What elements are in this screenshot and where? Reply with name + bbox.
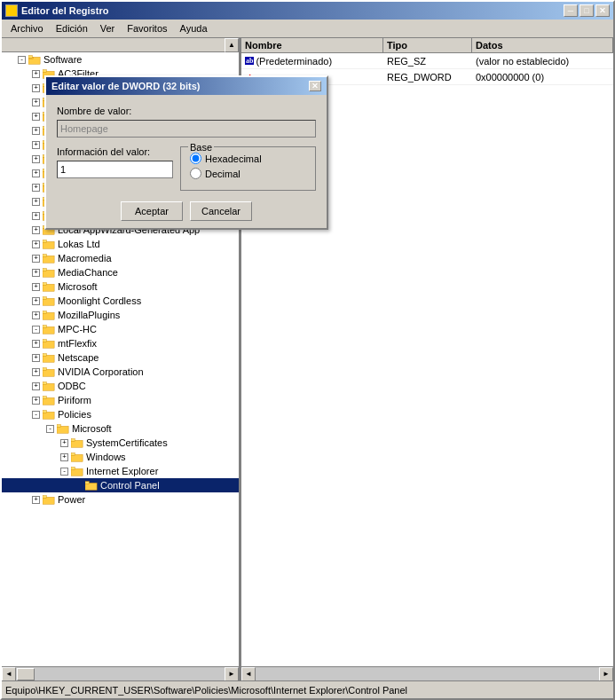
- expand-mediachance[interactable]: +: [32, 269, 40, 277]
- expand-power[interactable]: +: [32, 496, 40, 504]
- svg-rect-55: [43, 412, 54, 419]
- tree-item-microsoft[interactable]: + Microsoft: [2, 279, 239, 294]
- menu-ayuda[interactable]: Ayuda: [175, 21, 213, 35]
- tree-scroll-up[interactable]: ▲: [225, 38, 239, 52]
- tree-label-lokas: Lokas Ltd: [58, 239, 100, 249]
- dialog-info-input[interactable]: [57, 161, 173, 178]
- tree-item-moonlight[interactable]: + Moonlight Cordless: [2, 294, 239, 308]
- right-hscroll-right[interactable]: ►: [599, 667, 613, 681]
- right-hscroll-track[interactable]: [256, 667, 599, 681]
- expand-javasoft[interactable]: +: [32, 212, 40, 220]
- dialog-cancel-button[interactable]: Cancelar: [190, 201, 252, 221]
- expand-gnu[interactable]: +: [32, 141, 40, 149]
- svg-rect-44: [43, 326, 46, 328]
- expand-software[interactable]: -: [18, 56, 26, 64]
- tree-item-piriform[interactable]: + Piriform: [2, 393, 239, 407]
- hscroll-track[interactable]: [16, 667, 225, 681]
- dialog-close-button[interactable]: ✕: [309, 81, 321, 91]
- dialog-dword: Editar valor de DWORD (32 bits) ✕ Nombre…: [44, 75, 328, 230]
- expand-odbc[interactable]: +: [32, 382, 40, 390]
- tree-label-odbc: ODBC: [58, 381, 86, 391]
- radio-hexadecimal[interactable]: [190, 153, 201, 164]
- expand-mozillaplugins[interactable]: +: [32, 311, 40, 319]
- folder-icon-netscape: [42, 351, 56, 364]
- hscroll-right[interactable]: ►: [225, 667, 239, 681]
- tree-item-ie[interactable]: - Internet Explorer: [2, 464, 239, 478]
- tree-item-mozillaplugins[interactable]: + MozillaPlugins: [2, 308, 239, 322]
- expand-macromedia[interactable]: +: [32, 255, 40, 263]
- svg-rect-58: [57, 425, 60, 428]
- table-row[interactable]: ab (Predeterminado) REG_SZ (valor no est…: [241, 53, 613, 69]
- tree-hscroll: ◄ ►: [2, 666, 239, 680]
- tree-label-mediachance: MediaChance: [58, 267, 118, 278]
- tree-item-controlpanel[interactable]: Control Panel: [2, 478, 239, 492]
- folder-icon-nvidia: [42, 366, 56, 378]
- expand-haali[interactable]: +: [32, 184, 40, 192]
- status-text: Equipo\HKEY_CURRENT_USER\Software\Polici…: [5, 685, 407, 696]
- folder-icon-pol-microsoft: [56, 422, 70, 435]
- dialog-ok-button[interactable]: Aceptar: [121, 201, 183, 221]
- expand-freeware[interactable]: +: [32, 113, 40, 121]
- tree-label-nvidia: NVIDIA Corporation: [58, 366, 144, 377]
- expand-elecard[interactable]: +: [32, 98, 40, 106]
- folder-icon-windows: [70, 451, 84, 463]
- svg-rect-66: [85, 482, 89, 484]
- tree-label-mpchc: MPC-HC: [58, 324, 97, 334]
- col-header-data[interactable]: Datos: [472, 38, 613, 52]
- maximize-button[interactable]: □: [580, 4, 594, 17]
- expand-mpchc[interactable]: -: [32, 326, 40, 334]
- tree-item-nvidia[interactable]: + NVIDIA Corporation: [2, 365, 239, 379]
- expand-mtflexfix[interactable]: +: [32, 340, 40, 348]
- expand-policies[interactable]: -: [32, 411, 40, 419]
- tree-label-policies: Policies: [58, 409, 91, 420]
- expand-nvidia[interactable]: +: [32, 368, 40, 376]
- tree-item-mtflexfix[interactable]: + mtFlexfix: [2, 336, 239, 350]
- tree-item-lokas[interactable]: + Lokas Ltd: [2, 237, 239, 251]
- tree-item-windows[interactable]: + Windows: [2, 450, 239, 464]
- hscroll-thumb[interactable]: [17, 668, 35, 680]
- expand-syscert[interactable]: +: [60, 439, 68, 447]
- expand-localapp[interactable]: +: [32, 226, 40, 234]
- folder-icon-odbc: [42, 380, 56, 392]
- svg-rect-32: [43, 240, 46, 243]
- right-hscroll-left[interactable]: ◄: [241, 667, 256, 681]
- expand-lokas[interactable]: +: [32, 240, 40, 248]
- menu-favoritos[interactable]: Favoritos: [122, 21, 172, 35]
- expand-ac3filter[interactable]: +: [32, 70, 40, 78]
- tree-item-odbc[interactable]: + ODBC: [2, 379, 239, 393]
- expand-netscape[interactable]: +: [32, 354, 40, 362]
- minimize-button[interactable]: ─: [564, 4, 578, 17]
- expand-ie[interactable]: -: [60, 468, 68, 476]
- expand-moonlight[interactable]: +: [32, 297, 40, 305]
- expand-improv[interactable]: +: [32, 198, 40, 206]
- col-header-name[interactable]: Nombre: [241, 38, 383, 52]
- tree-item-power[interactable]: + Power: [2, 492, 239, 507]
- col-header-type[interactable]: Tipo: [383, 38, 472, 52]
- tree-item-policies[interactable]: - Policies: [2, 407, 239, 421]
- expand-gabest[interactable]: +: [32, 127, 40, 135]
- tree-item-mediachance[interactable]: + MediaChance: [2, 265, 239, 279]
- dialog-name-input[interactable]: [57, 120, 316, 138]
- tree-item-macromedia[interactable]: + Macromedia: [2, 251, 239, 265]
- svg-rect-54: [43, 397, 46, 399]
- expand-elaborate[interactable]: +: [32, 84, 40, 92]
- tree-item-software[interactable]: - Software: [2, 52, 239, 67]
- expand-windows[interactable]: +: [60, 453, 68, 461]
- expand-google[interactable]: +: [32, 169, 40, 177]
- expand-goldwave[interactable]: +: [32, 155, 40, 163]
- tree-item-netscape[interactable]: + Netscape: [2, 350, 239, 365]
- radio-decimal[interactable]: [190, 168, 201, 179]
- expand-piriform[interactable]: +: [32, 397, 40, 405]
- menu-archivo[interactable]: Archivo: [5, 21, 49, 35]
- menu-ver[interactable]: Ver: [95, 21, 121, 35]
- close-button[interactable]: ✕: [595, 4, 610, 17]
- folder-icon-ie: [70, 465, 84, 477]
- tree-item-mpchc[interactable]: - MPC-HC: [2, 322, 239, 336]
- expand-pol-microsoft[interactable]: -: [46, 425, 54, 433]
- expand-microsoft[interactable]: +: [32, 283, 40, 291]
- cell-name-0: ab (Predeterminado): [241, 55, 383, 67]
- tree-item-pol-microsoft[interactable]: - Microsoft: [2, 421, 239, 436]
- tree-item-syscert[interactable]: + SystemCertificates: [2, 436, 239, 450]
- menu-edicion[interactable]: Edición: [51, 21, 93, 35]
- hscroll-left[interactable]: ◄: [2, 667, 16, 681]
